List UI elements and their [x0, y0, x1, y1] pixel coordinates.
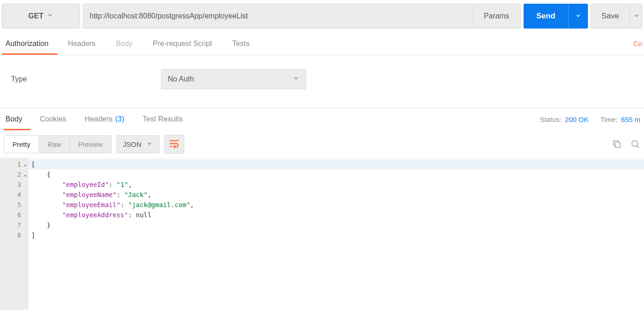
- time-value: 655 m: [621, 116, 640, 123]
- resp-tab-headers[interactable]: Headers (3): [75, 108, 133, 130]
- wrap-icon: [169, 139, 179, 150]
- request-bar: GET Params Send Save: [0, 0, 644, 32]
- format-select[interactable]: JSON: [116, 135, 160, 153]
- code-line: "employeeId": "1",: [28, 179, 644, 190]
- response-toolbar: Pretty Raw Preview JSON: [0, 130, 644, 158]
- resp-tab-tests[interactable]: Test Results: [133, 108, 192, 130]
- code-link[interactable]: Co: [633, 40, 642, 47]
- tab-authorization[interactable]: Authorization: [2, 32, 57, 55]
- resp-tab-body[interactable]: Body: [4, 108, 30, 130]
- code-line: [: [28, 159, 644, 169]
- toolbar-right: [612, 139, 640, 149]
- line-number: 4: [0, 190, 27, 200]
- auth-panel: Type No Auth: [0, 55, 644, 108]
- svg-rect-2: [615, 142, 620, 147]
- code-line: {: [28, 169, 644, 179]
- view-pretty[interactable]: Pretty: [4, 136, 39, 153]
- view-raw[interactable]: Raw: [39, 136, 69, 153]
- line-number: 3: [0, 179, 27, 190]
- line-gutter: 1▾2▾345678: [0, 158, 28, 310]
- code-content[interactable]: [ { "employeeId": "1", "employeeName": "…: [28, 158, 644, 310]
- auth-type-label: Type: [11, 75, 161, 83]
- copy-icon[interactable]: [612, 139, 622, 149]
- chevron-down-icon: [633, 12, 640, 20]
- time-item: Time: 655 m: [600, 116, 640, 123]
- response-body-viewer: 1▾2▾345678 [ { "employeeId": "1", "emplo…: [0, 158, 644, 310]
- view-mode-group: Pretty Raw Preview: [4, 135, 112, 153]
- svg-line-4: [637, 146, 639, 148]
- params-button[interactable]: Params: [473, 4, 520, 28]
- code-line: }: [28, 220, 644, 230]
- code-line: "employeeAddress": null: [28, 210, 644, 220]
- line-number: 7: [0, 220, 27, 230]
- line-number: 5: [0, 200, 27, 210]
- code-line: "employeeName": "Jack",: [28, 190, 644, 200]
- request-tabs: Authorization Headers Body Pre-request S…: [0, 32, 644, 55]
- status-block: Status: 200 OK Time: 655 m: [540, 116, 640, 123]
- save-group: Save: [591, 4, 642, 29]
- save-dropdown[interactable]: [630, 4, 642, 29]
- chevron-down-icon: [575, 12, 581, 20]
- auth-type-select[interactable]: No Auth: [161, 69, 306, 89]
- tab-tests[interactable]: Tests: [222, 32, 259, 55]
- wrap-toggle[interactable]: [164, 135, 184, 154]
- tab-prerequest[interactable]: Pre-request Script: [142, 32, 222, 55]
- chevron-down-icon: [146, 140, 153, 148]
- code-line: ]: [28, 230, 644, 240]
- view-preview[interactable]: Preview: [69, 136, 111, 153]
- search-icon[interactable]: [630, 139, 640, 149]
- url-container: Params: [83, 4, 521, 29]
- resp-tab-cookies[interactable]: Cookies: [30, 108, 75, 130]
- chevron-down-icon: [293, 75, 299, 83]
- url-input[interactable]: [83, 4, 473, 28]
- http-method-label: GET: [28, 12, 44, 20]
- line-number: 1▾: [0, 159, 27, 169]
- send-button[interactable]: Send: [524, 4, 569, 29]
- line-number: 6: [0, 210, 27, 220]
- svg-point-3: [632, 141, 638, 147]
- status-value: 200 OK: [565, 116, 588, 123]
- line-number: 8: [0, 230, 27, 240]
- send-group: Send: [524, 4, 588, 29]
- response-tabs: Body Cookies Headers (3) Test Results St…: [0, 108, 644, 130]
- send-dropdown[interactable]: [568, 4, 588, 29]
- code-line: "employeeEmail": "jack@gmail.com",: [28, 200, 644, 210]
- save-button[interactable]: Save: [591, 4, 630, 29]
- line-number: 2▾: [0, 169, 27, 179]
- chevron-down-icon: [47, 12, 53, 20]
- tab-headers[interactable]: Headers: [57, 32, 105, 55]
- status-item: Status: 200 OK: [540, 116, 588, 123]
- http-method-select[interactable]: GET: [2, 4, 80, 29]
- tab-body[interactable]: Body: [106, 32, 142, 55]
